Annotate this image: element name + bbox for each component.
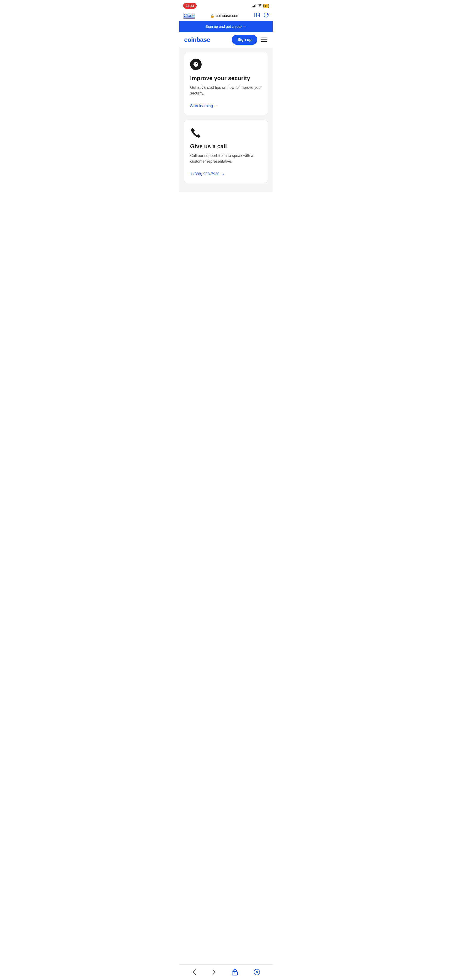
url-text: coinbase.com xyxy=(216,14,239,18)
back-button[interactable] xyxy=(188,968,200,978)
svg-point-7 xyxy=(256,971,258,973)
status-bar: 22:33 3+ xyxy=(179,0,273,11)
svg-rect-1 xyxy=(257,13,260,17)
signup-button[interactable]: Sign up xyxy=(232,35,257,45)
main-content: Improve your security Get advanced tips … xyxy=(179,48,273,192)
start-learning-text: Start learning xyxy=(190,104,213,108)
phone-number-arrow: → xyxy=(221,172,225,177)
hamburger-line-1 xyxy=(261,38,267,38)
question-icon xyxy=(190,59,201,70)
bottom-nav xyxy=(179,964,273,980)
refresh-button[interactable] xyxy=(263,13,269,19)
call-card-title: Give us a call xyxy=(190,143,262,150)
reader-mode-button[interactable] xyxy=(254,13,260,18)
nav-bar: coinbase Sign up xyxy=(179,32,273,48)
phone-icon xyxy=(190,127,201,138)
hamburger-menu-button[interactable] xyxy=(260,37,268,43)
lock-icon: 🔒 xyxy=(210,14,214,18)
security-card: Improve your security Get advanced tips … xyxy=(184,52,268,115)
start-learning-link[interactable]: Start learning → xyxy=(190,104,262,108)
browser-actions xyxy=(254,13,269,19)
phone-number-link[interactable]: 1 (888) 908-7930 → xyxy=(190,172,262,177)
nav-right: Sign up xyxy=(232,35,268,45)
call-card: Give us a call Call our support team to … xyxy=(184,120,268,183)
forward-button[interactable] xyxy=(208,968,220,978)
close-button[interactable]: Close xyxy=(183,13,195,19)
status-icons: 3+ xyxy=(252,4,269,8)
signal-bars-icon xyxy=(252,4,256,7)
hamburger-line-2 xyxy=(261,40,267,40)
security-card-description: Get advanced tips on how to improve your… xyxy=(190,85,262,96)
start-learning-arrow: → xyxy=(214,104,218,108)
status-time: 22:33 xyxy=(183,3,197,9)
promo-banner[interactable]: Sign up and get crypto → xyxy=(179,21,273,32)
compass-button[interactable] xyxy=(250,968,264,978)
wifi-icon xyxy=(258,4,262,8)
share-button[interactable] xyxy=(228,967,242,978)
call-card-description: Call our support team to speak with a cu… xyxy=(190,153,262,164)
svg-rect-0 xyxy=(255,13,257,17)
coinbase-logo: coinbase xyxy=(184,36,210,43)
battery-icon: 3+ xyxy=(263,4,269,8)
phone-number-text: 1 (888) 908-7930 xyxy=(190,172,220,177)
security-card-title: Improve your security xyxy=(190,75,262,82)
hamburger-line-3 xyxy=(261,41,267,42)
url-bar: 🔒 coinbase.com xyxy=(210,14,239,18)
browser-bar: Close 🔒 coinbase.com xyxy=(179,11,273,21)
